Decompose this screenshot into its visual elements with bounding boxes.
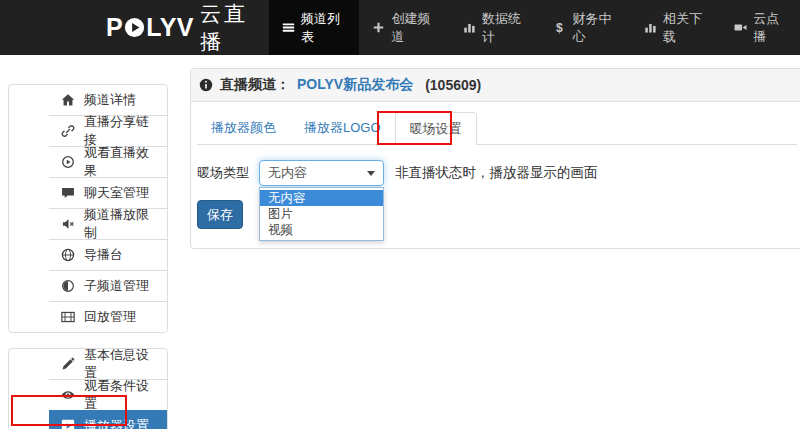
sidebar-item-label: 聊天室管理 xyxy=(84,184,149,202)
play-square-icon xyxy=(61,419,75,429)
sidebar-item-label: 导播台 xyxy=(84,246,123,264)
pencil-icon xyxy=(61,357,75,371)
nav-item-finance-center[interactable]: $财务中心 xyxy=(540,0,630,55)
sidebar-item-label: 回放管理 xyxy=(84,308,136,326)
nav-item-label: 云点播 xyxy=(753,10,787,46)
dropdown-option-label: 无内容 xyxy=(268,191,306,205)
home-icon xyxy=(61,93,75,107)
info-icon xyxy=(199,78,213,92)
tab-label: 暖场设置 xyxy=(410,121,462,136)
dropdown-option-label: 视频 xyxy=(268,223,293,237)
tab-label: 播放器LOGO xyxy=(304,120,381,135)
tab-player-logo[interactable]: 播放器LOGO xyxy=(290,112,395,145)
panel-heading: 直播频道： POLYV新品发布会 (105609) xyxy=(191,69,800,102)
sidebar-item-basic-info[interactable]: 基本信息设置 xyxy=(49,349,167,379)
caret-down-icon xyxy=(367,171,375,176)
warmup-type-label: 暖场类型 xyxy=(197,164,259,182)
heading-prefix: 直播频道： xyxy=(220,76,290,94)
sidebar-group-channel: 频道详情直播分享链接观看直播效果聊天室管理频道播放限制导播台子频道管理回放管理 xyxy=(8,84,168,333)
sidebar-item-label: 播放器设置 xyxy=(84,417,149,429)
brand-text-cn: 云直播 xyxy=(200,0,261,56)
select-value: 无内容 xyxy=(268,164,307,182)
sidebar-item-label: 观看条件设置 xyxy=(84,377,155,413)
brand-text-lyv: LYV xyxy=(146,13,194,42)
sidebar-item-label: 频道播放限制 xyxy=(84,206,155,242)
svg-text:$: $ xyxy=(557,21,564,34)
nav-item-label: 频道列表 xyxy=(301,10,346,46)
select-dropdown-list: 无内容图片视频 xyxy=(259,187,384,241)
sidebar-item-sub-channel[interactable]: 子频道管理 xyxy=(49,270,167,301)
bar-chart-icon xyxy=(463,21,476,34)
sidebar-item-chat-manage[interactable]: 聊天室管理 xyxy=(49,177,167,208)
eye-icon xyxy=(61,388,75,402)
warmup-hint-text: 非直播状态时，播放器显示的画面 xyxy=(395,164,598,182)
dollar-icon: $ xyxy=(553,21,566,34)
sidebar-item-watch-live[interactable]: 观看直播效果 xyxy=(49,146,167,177)
globe-icon xyxy=(61,248,75,262)
tab-player-color[interactable]: 播放器颜色 xyxy=(197,112,290,145)
dropdown-option-1[interactable]: 图片 xyxy=(260,206,383,222)
nav-item-channel-list[interactable]: 频道列表 xyxy=(269,0,359,55)
tab-bar: 播放器颜色播放器LOGO暖场设置 xyxy=(197,112,797,145)
nav-item-label: 创建频道 xyxy=(391,10,436,46)
sidebar-item-label: 子频道管理 xyxy=(84,277,149,295)
dropdown-option-2[interactable]: 视频 xyxy=(260,222,383,238)
play-logo-icon xyxy=(124,17,145,38)
brand-logo[interactable]: P LYV 云直播 xyxy=(106,0,261,55)
channel-id: (105609) xyxy=(425,77,481,93)
nav-item-downloads[interactable]: 相关下载 xyxy=(631,0,721,55)
sidebar-item-share-link[interactable]: 直播分享链接 xyxy=(49,115,167,146)
link-icon xyxy=(61,124,75,138)
brand-text-p: P xyxy=(106,13,123,42)
sidebar-item-label: 频道详情 xyxy=(84,91,136,109)
sidebar-item-director[interactable]: 导播台 xyxy=(49,239,167,270)
adjust-icon xyxy=(61,279,75,293)
bar-chart-icon xyxy=(644,21,657,34)
warmup-type-select-wrap: 无内容 无内容图片视频 xyxy=(259,160,384,186)
play-circle-icon xyxy=(61,155,75,169)
sidebar-item-view-condition[interactable]: 观看条件设置 xyxy=(49,379,167,410)
sidebar-group-settings: 基本信息设置观看条件设置播放器设置 xyxy=(8,348,168,429)
save-button[interactable]: 保存 xyxy=(197,200,243,229)
sidebar-item-playback[interactable]: 回放管理 xyxy=(49,301,167,332)
nav-item-create-channel[interactable]: 创建频道 xyxy=(359,0,449,55)
channel-name[interactable]: POLYV新品发布会 xyxy=(297,76,413,94)
nav-item-label: 财务中心 xyxy=(572,10,617,46)
nav-item-vod[interactable]: 云点播 xyxy=(721,0,800,55)
sidebar-item-label: 观看直播效果 xyxy=(84,144,155,180)
dropdown-option-label: 图片 xyxy=(268,207,293,221)
panel-body: 播放器颜色播放器LOGO暖场设置 暖场类型 无内容 无内容图片视频 非直播状态时… xyxy=(191,102,800,229)
list-icon xyxy=(282,21,295,34)
nav-item-label: 数据统计 xyxy=(482,10,527,46)
video-camera-icon xyxy=(734,21,747,34)
volume-off-icon xyxy=(61,217,75,231)
dropdown-option-0[interactable]: 无内容 xyxy=(260,190,383,206)
top-navbar: P LYV 云直播 频道列表创建频道数据统计$财务中心相关下载云点播 xyxy=(0,0,800,55)
tab-warmup[interactable]: 暖场设置 xyxy=(395,112,477,145)
tab-label: 播放器颜色 xyxy=(211,120,276,135)
nav-item-data-stats[interactable]: 数据统计 xyxy=(450,0,540,55)
sidebar-item-channel-detail[interactable]: 频道详情 xyxy=(49,85,167,115)
warmup-type-row: 暖场类型 无内容 无内容图片视频 非直播状态时，播放器显示的画面 xyxy=(197,160,797,186)
main-panel: 直播频道： POLYV新品发布会 (105609) 播放器颜色播放器LOGO暖场… xyxy=(190,68,800,249)
comment-icon xyxy=(61,186,75,200)
sidebar-item-play-restrict[interactable]: 频道播放限制 xyxy=(49,208,167,239)
plus-icon xyxy=(372,21,385,34)
navbar-menu: 频道列表创建频道数据统计$财务中心相关下载云点播 xyxy=(269,0,800,55)
warmup-type-select[interactable]: 无内容 xyxy=(259,160,384,186)
film-icon xyxy=(61,310,75,324)
nav-item-label: 相关下载 xyxy=(663,10,708,46)
